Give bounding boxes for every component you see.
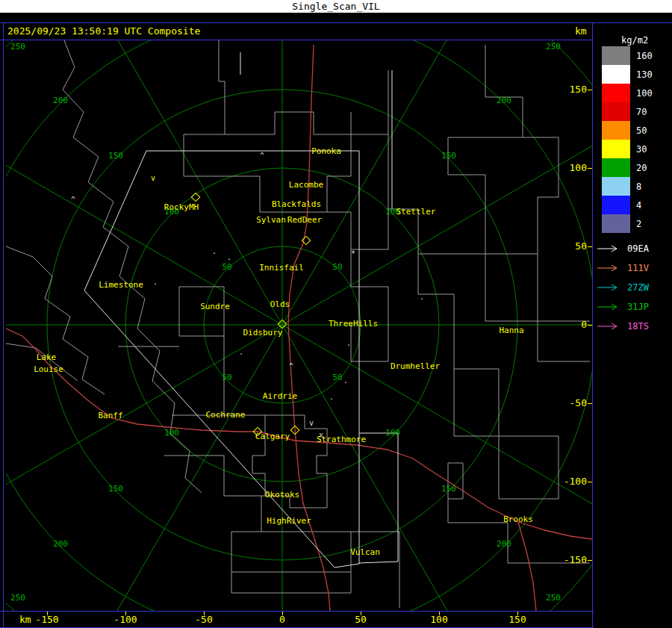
right-axis-tick-label: 50	[556, 240, 587, 252]
right-axis-tick-label: 150	[556, 84, 587, 95]
radar-arrow-icon	[596, 244, 623, 253]
city-label: HighRiver	[267, 516, 311, 526]
colorbar-swatch	[602, 102, 630, 121]
window-titlebar: Single_Scan_VIL	[0, 0, 672, 13]
point-marker: ^	[260, 152, 264, 160]
radar-legend-item: 111V	[596, 258, 649, 278]
range-ring-label: 150	[108, 151, 123, 161]
city-label: Banff	[98, 411, 122, 420]
city-label: Ponoka	[311, 146, 341, 156]
city-label: Lacombe	[289, 180, 323, 190]
range-ring-label: 150	[441, 151, 456, 161]
point-marker: ·	[227, 255, 231, 264]
colorbar-value: 100	[636, 88, 653, 99]
point-marker: v	[309, 419, 314, 427]
bottom-axis-unit: km	[19, 614, 31, 625]
colorbar-entry: 20	[602, 158, 653, 177]
city-label: RockyMH	[164, 202, 199, 212]
colorbar-entry: 160	[602, 46, 653, 65]
right-axis-tick-label: -150	[556, 554, 587, 565]
city-label: ThreeHills	[329, 319, 378, 329]
radar-legend-item: 09EA	[596, 239, 649, 258]
bottom-axis-tick-label: 100	[430, 614, 447, 625]
colorbar-unit: kg/m2	[621, 35, 648, 46]
range-ring-label: 200	[53, 96, 68, 105]
point-marker: ·	[153, 280, 158, 288]
right-axis-tick-label: 100	[556, 162, 587, 173]
radar-legend-item: 18TS	[596, 317, 649, 336]
range-ring-label: 250	[546, 42, 561, 52]
point-marker: ·	[239, 350, 243, 358]
city-label: Sundre	[200, 302, 230, 311]
bottom-axis-tick	[517, 612, 518, 615]
point-marker: ·	[329, 395, 334, 403]
bottom-axis-tick	[47, 612, 48, 615]
point-marker: *	[351, 249, 355, 258]
window-title: Single_Scan_VIL	[292, 1, 379, 12]
city-label: Olds	[270, 299, 290, 309]
frame-line-left	[3, 22, 4, 628]
range-ring-label: 100	[164, 428, 179, 438]
right-axis-tick	[588, 90, 592, 90]
radar-arrow-icon	[596, 283, 623, 292]
point-marker: ·	[346, 341, 351, 349]
colorbar-value: 160	[636, 51, 653, 61]
city-label: Calgary	[255, 432, 290, 441]
point-marker: ^	[71, 196, 75, 204]
radial-line	[282, 325, 491, 611]
colorbar-value: 20	[636, 163, 647, 173]
radial-line	[73, 325, 282, 611]
point-markers: v^^*···^···vx··	[71, 152, 424, 439]
right-axis-tick-label: 0	[556, 319, 587, 330]
colorbar-swatch	[602, 158, 630, 177]
radial-line	[282, 325, 592, 534]
radar-window: Single_Scan_VIL 2025/09/23 13:50:19 UTC …	[0, 0, 672, 628]
radar-id-label: 31JP	[627, 302, 649, 312]
range-ring-label: 50	[222, 373, 231, 382]
colorbar-value: 130	[636, 69, 653, 80]
range-ring-label: 250	[10, 593, 25, 603]
range-ring-label: 50	[332, 262, 342, 272]
bottom-axis-tick	[439, 612, 440, 615]
bottom-axis-tick	[361, 612, 361, 615]
range-ring-label: 200	[53, 539, 68, 549]
colorbar-swatch	[602, 46, 630, 65]
city-label: Cochrane	[206, 410, 246, 420]
radar-arrow-icon	[596, 322, 623, 331]
city-label: Didsbury	[243, 328, 283, 338]
radar-map-canvas: 5050505010010010010015015015015020020020…	[6, 40, 592, 611]
colorbar-swatch	[602, 121, 630, 140]
radar-legend: 09EA111V27ZW31JP18TS	[596, 239, 649, 336]
bottom-axis-tick	[204, 612, 205, 615]
bottom-axis-tick-label: -50	[195, 614, 212, 625]
right-axis-tick	[588, 482, 592, 482]
city-label: RedDeer	[287, 215, 323, 225]
colorbar-swatch	[602, 84, 630, 102]
right-axis-tick-label: -50	[556, 397, 587, 408]
city-label: Drumheller	[391, 361, 441, 371]
city-label: Okotoks	[265, 490, 299, 500]
point-marker: ·	[420, 295, 424, 303]
right-axis-tick	[588, 168, 592, 169]
colorbar-entry: 70	[602, 102, 653, 121]
right-axis-tick	[588, 403, 592, 404]
bottom-axis-tick-label: -100	[113, 614, 137, 625]
colorbar-value: 50	[636, 125, 647, 136]
range-ring-label: 150	[108, 484, 123, 494]
range-ring-label: 250	[10, 42, 25, 52]
colorbar-swatch	[602, 214, 630, 233]
radar-legend-item: 31JP	[596, 297, 649, 317]
city-label: Vulcan	[350, 547, 380, 557]
colorbar-value: 4	[636, 200, 641, 211]
colorbar-entry: 100	[602, 84, 653, 102]
city-label: Louise	[34, 364, 63, 374]
colorbar-entry: 8	[602, 177, 653, 196]
colorbar: 16013010070503020842	[602, 46, 653, 233]
colorbar-swatch	[602, 177, 630, 196]
radar-arrow-icon	[596, 302, 623, 311]
city-label: Lake	[37, 352, 57, 362]
right-axis-tick	[588, 325, 592, 326]
right-axis-unit: km	[575, 25, 587, 37]
colorbar-value: 8	[636, 181, 641, 192]
right-axis-tick-label: -100	[556, 476, 587, 487]
